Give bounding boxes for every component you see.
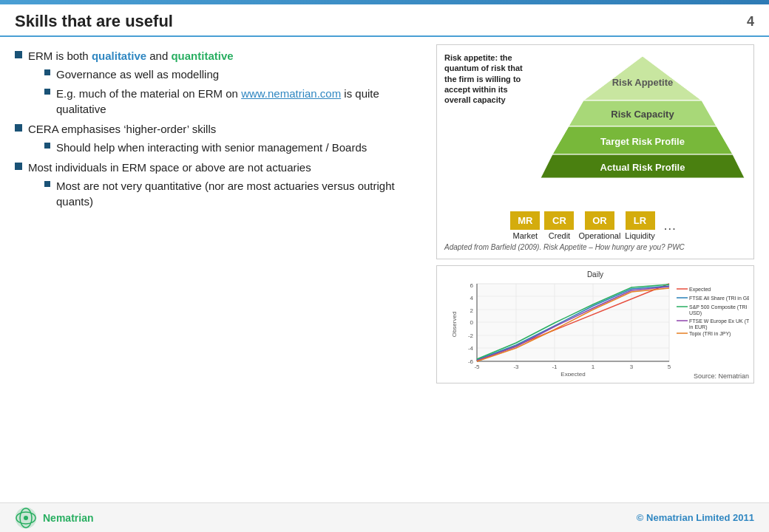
svg-text:-3: -3 [513,364,519,370]
risk-item-or: OR Operational [578,211,620,240]
risk-box-or: OR [585,211,614,230]
chart-title: Daily [441,270,749,279]
svg-text:Topix (TRI in JPY): Topix (TRI in JPY) [689,331,731,337]
svg-text:-1: -1 [552,364,558,370]
nematrian-logo-icon [15,507,37,529]
bullet-item-1: ERM is both qualitative and quantitative [15,48,421,64]
risk-appetite-text: Risk appetite: the quantum of risk that … [444,52,532,105]
svg-text:5: 5 [668,364,671,370]
chart-source: Source: Nematrian [694,372,749,380]
sub-bullet-1b: E.g. much of the material on ERM on www.… [30,86,421,117]
sub-bullet-text-3a: Most are not very quantitative (nor are … [56,178,421,209]
pyramid-top-row: Risk appetite: the quantum of risk that … [444,52,746,208]
svg-text:-6: -6 [468,358,474,365]
sub-bullet-square-2a [44,143,50,149]
right-column: Risk appetite: the quantum of risk that … [436,44,754,495]
svg-point-52 [24,516,28,520]
risk-box-cr: CR [544,211,574,230]
svg-text:2: 2 [470,307,474,314]
pyramid-container: Risk Appetite Risk Capacity Target Risk … [539,52,746,200]
nematrian-link[interactable]: www.nematrian.com [241,87,341,100]
svg-text:in EUR): in EUR) [689,324,708,330]
bullet-item-3: Most individuals in ERM space or above a… [15,160,421,175]
bullet-square-3 [15,163,22,170]
risk-label-cr: Credit [549,231,570,240]
bullet-text-1: ERM is both qualitative and quantitative [28,48,234,64]
svg-text:-2: -2 [468,332,474,339]
pyramid-diagram: Risk appetite: the quantum of risk that … [436,44,754,259]
risk-label-mr: Market [513,231,538,240]
svg-text:Risk Appetite: Risk Appetite [612,77,674,88]
risk-box-lr: LR [626,211,655,230]
bullet-square-2 [15,124,22,132]
pyramid-svg: Risk Appetite Risk Capacity Target Risk … [539,52,746,200]
chart-svg: 6 4 2 0 -2 -4 -6 -5 -3 -1 1 3 5 Observed [441,280,749,376]
svg-text:-5: -5 [474,364,480,370]
sub-bullet-square-1a [44,69,50,75]
left-column: ERM is both qualitative and quantitative… [15,44,421,495]
svg-text:0: 0 [470,319,474,326]
bullet-text-2: CERA emphasises ‘higher-order’ skills [28,121,216,137]
header: Skills that are useful 4 [0,4,769,37]
svg-text:4: 4 [470,295,474,301]
bullet-item-2: CERA emphasises ‘higher-order’ skills [15,121,421,137]
svg-text:Expected: Expected [560,371,585,376]
risk-item-cr: CR Credit [544,211,574,240]
risk-label-or: Operational [578,231,620,240]
risk-appetite-label: Risk appetite [444,53,495,62]
svg-text:Risk Capacity: Risk Capacity [611,109,674,120]
sub-bullet-text-1b: E.g. much of the material on ERM on www.… [56,86,421,117]
footer-logo: Nematrian [15,507,93,529]
page-title: Skills that are useful [15,12,173,31]
sub-bullet-2a: Should help when interacting with senior… [30,140,421,155]
risk-box-mr: MR [510,211,540,230]
svg-text:Expected: Expected [689,287,711,293]
chart-box: Daily [436,265,754,383]
sub-bullets-2: Should help when interacting with senior… [30,140,421,155]
risk-item-lr: LR Liquidity [625,211,654,240]
svg-text:FTSE All Share (TRI in GBP): FTSE All Share (TRI in GBP) [689,296,749,301]
svg-text:-4: -4 [468,345,474,352]
svg-text:S&P 500 Composite (TRI in: S&P 500 Composite (TRI in [689,304,749,310]
sub-bullet-text-2a: Should help when interacting with senior… [56,140,367,155]
svg-text:Observed: Observed [451,312,458,338]
bullet-text-3: Most individuals in ERM space or above a… [28,160,311,175]
risk-label-lr: Liquidity [625,231,654,240]
svg-text:3: 3 [630,364,634,370]
risk-appetite-description: Risk appetite: the quantum of risk that … [444,52,532,208]
bullet-square-1 [15,51,22,58]
sub-bullet-3a: Most are not very quantitative (nor are … [30,178,421,209]
svg-text:Target Risk Profile: Target Risk Profile [600,136,685,147]
risk-ellipsis: … [660,214,680,237]
svg-text:1: 1 [592,364,595,370]
risk-boxes-row: MR Market CR Credit OR Operational LR Li… [444,211,746,240]
svg-text:USD): USD) [689,310,702,316]
sub-bullet-square-1b [44,89,50,95]
page-number: 4 [747,14,754,30]
svg-text:6: 6 [470,282,474,289]
sub-bullet-1a: Governance as well as modelling [30,66,421,82]
sub-bullet-text-1a: Governance as well as modelling [56,66,219,82]
svg-text:FTSE W Europe Ex UK (TRI: FTSE W Europe Ex UK (TRI [689,318,749,324]
qualitative-text: qualitative [92,50,146,62]
adapted-text-italic: Risk Appetite – How hungry are you? [543,243,665,251]
footer-brand: Nematrian [43,512,93,524]
footer: Nematrian © Nematrian Limited 2011 [0,502,769,532]
quantitative-text: quantitative [171,50,233,62]
adapted-text: Adapted from Barfield (2009). Risk Appet… [444,243,746,251]
svg-text:Actual Risk Profile: Actual Risk Profile [600,162,685,173]
sub-bullets-1: Governance as well as modelling E.g. muc… [30,66,421,117]
sub-bullet-square-3a [44,181,50,187]
risk-item-mr: MR Market [510,211,540,240]
main-content: ERM is both qualitative and quantitative… [0,37,769,502]
footer-copyright: © Nematrian Limited 2011 [637,512,754,523]
sub-bullets-3: Most are not very quantitative (nor are … [30,178,421,209]
